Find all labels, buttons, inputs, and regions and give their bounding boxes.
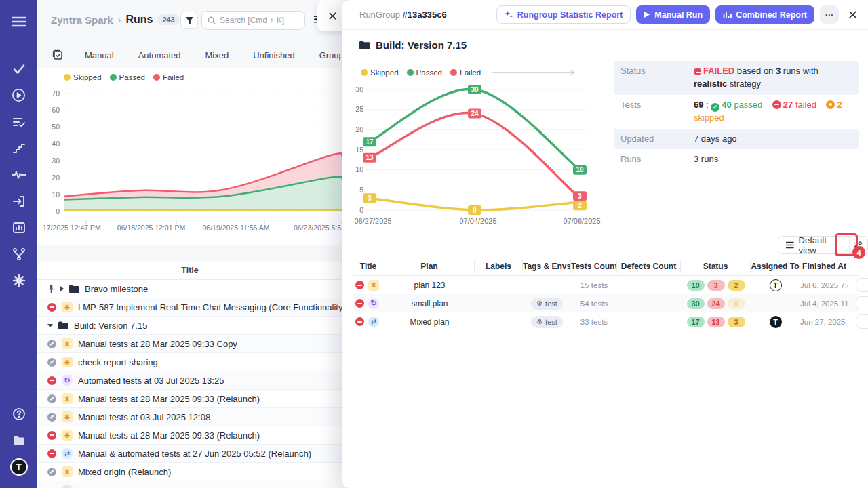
assignee-avatar[interactable]: T [770, 316, 782, 328]
sidebar: T [0, 0, 37, 488]
gear-icon: ⚙ [536, 300, 542, 307]
list-item-run[interactable]: Mixed origin (Relaunch) [37, 463, 342, 481]
plan-name[interactable]: Mixed plan [384, 317, 475, 327]
select-all-icon[interactable] [52, 49, 63, 60]
search-input[interactable] [220, 16, 294, 25]
run-title: Manual tests at 28 Mar 2025 09:33 (Relau… [78, 394, 260, 404]
list-item-run[interactable]: Manual & automated tests at 27 Jun 2025 … [37, 445, 342, 463]
svg-text:3: 3 [368, 195, 372, 202]
col-title[interactable]: Title [353, 260, 384, 273]
col-labels[interactable]: Labels [475, 260, 523, 273]
col-tests-count[interactable]: Tests Count [571, 260, 617, 273]
svg-text:0: 0 [359, 206, 363, 214]
info-row-tests: Tests 69 : ✓40 passed 27 failed 2 skippe… [614, 95, 859, 129]
checklist-icon[interactable] [0, 108, 37, 135]
help-icon[interactable] [0, 401, 37, 427]
manual-run-button[interactable]: Manual Run [636, 5, 710, 24]
settings-gear-icon[interactable] [0, 267, 37, 293]
status-value: FAILED based on 3 runs with realistic st… [694, 65, 852, 91]
list-item-run[interactable]: Manual tests at 28 Mar 2025 09:33 (Relau… [37, 390, 342, 408]
default-view-button[interactable]: Default view [778, 237, 849, 253]
run-status-icon [355, 281, 364, 289]
plan-name[interactable]: small plan [384, 299, 475, 308]
play-circle-icon[interactable] [0, 82, 37, 108]
run-title: Mixed origin (Relaunch) [78, 467, 171, 477]
timeline-arrow-icon [492, 68, 580, 77]
passed-dot-icon [407, 69, 414, 76]
row-action-button[interactable] [856, 296, 868, 310]
run-status-icon [47, 449, 56, 458]
rungroup-drawer: RunGroup #13a335c6 Rungroup Statistic Re… [342, 0, 868, 488]
combined-report-button[interactable]: Combined Report [715, 5, 814, 24]
row-action-button[interactable] [856, 278, 868, 292]
caret-down-icon[interactable] [47, 324, 53, 327]
breadcrumb-separator: › [118, 14, 121, 25]
list-item-run[interactable]: Manual tests at 03 Jul 2025 12:08 [37, 408, 342, 426]
table-row[interactable]: Mixed plan ⚙test 33 tests 17133 T Jun 27… [353, 312, 859, 331]
plan-name[interactable]: plan 123 [384, 281, 475, 290]
list-item-group[interactable]: Build: Version 7.15 [37, 317, 342, 335]
tab-unfinished[interactable]: Unfinished [241, 46, 307, 64]
skipped-pill: 0 [728, 298, 745, 309]
statistic-report-button[interactable]: Rungroup Statistic Report [496, 5, 631, 24]
list-item-partial[interactable] [37, 481, 342, 488]
info-row-status: Status FAILED based on 3 runs with reali… [614, 61, 859, 95]
folder-icon [359, 41, 370, 49]
finished-at: Jul 4, 2025 11:27 [800, 300, 848, 308]
col-assigned-to[interactable]: Assigned To [751, 260, 800, 273]
area-chart-svg: 010203040506070 [37, 68, 342, 245]
x-label: 07/06/2025 [563, 217, 600, 225]
more-actions-button[interactable]: ⋯ [820, 5, 839, 24]
col-status[interactable]: Status [681, 260, 751, 273]
tab-mixed[interactable]: Mixed [193, 46, 241, 64]
signin-box-icon[interactable] [0, 188, 37, 214]
run-origin-icon [62, 338, 73, 349]
col-defects-count[interactable]: Defects Count [617, 260, 681, 273]
search-box[interactable] [201, 11, 305, 30]
tab-automated[interactable]: Automated [126, 46, 193, 64]
projects-folder-icon[interactable] [0, 427, 37, 453]
list-item-run[interactable]: Manual tests at 28 Mar 2025 09:33 Copy [37, 335, 342, 353]
activity-pulse-icon[interactable] [0, 161, 37, 188]
list-item-milestone[interactable]: Bravo milestone [37, 280, 342, 298]
run-origin-icon [368, 280, 379, 291]
svg-text:24: 24 [471, 110, 479, 117]
tag-pill[interactable]: ⚙test [531, 316, 563, 328]
status-pills: 30240 [681, 298, 751, 309]
list-item-run[interactable]: Manual tests at 28 Mar 2025 09:33 (Relau… [37, 426, 342, 445]
list-item-run[interactable]: Automated tests at 03 Jul 2025 13:25 [37, 371, 342, 390]
svg-text:50: 50 [52, 123, 60, 131]
x-label: 17/2025 12:47 PM [43, 224, 101, 232]
svg-text:30: 30 [355, 85, 363, 94]
filter-button[interactable] [180, 12, 198, 29]
pin-icon[interactable] [47, 285, 55, 293]
row-action-button[interactable] [856, 314, 868, 329]
col-plan[interactable]: Plan [384, 260, 475, 273]
tag-pill[interactable]: ⚙test [531, 298, 563, 310]
tab-manual[interactable]: Manual [73, 46, 126, 64]
list-item-run[interactable]: check report sharing [37, 353, 342, 371]
folder-icon [58, 321, 68, 329]
col-finished-at[interactable]: Finished At [800, 260, 848, 273]
bar-chart-icon[interactable] [0, 214, 37, 241]
breadcrumb: Zyntra Spark › Runs 243 [51, 14, 180, 26]
breadcrumb-project[interactable]: Zyntra Spark [51, 14, 113, 26]
user-avatar[interactable]: T [0, 453, 37, 480]
drawer-close-button[interactable] [848, 10, 857, 19]
legend-passed: Passed [110, 73, 145, 81]
hamburger-menu-icon[interactable] [0, 8, 37, 35]
list-item-run[interactable]: LMP-587 Implement Real-Time Chat Messagi… [37, 298, 342, 317]
checkmark-icon[interactable] [0, 56, 37, 82]
col-tags-envs[interactable]: Tags & Envs [523, 260, 571, 273]
run-origin-icon [62, 430, 73, 441]
info-row-updated: Updated 7 days ago [614, 129, 859, 150]
run-title: Manual tests at 03 Jul 2025 12:08 [78, 412, 210, 422]
table-row[interactable]: plan 123 15 tests 1032 T Jul 6, 2025 7:4… [353, 276, 859, 294]
assignee-avatar[interactable]: T [770, 279, 782, 291]
branch-flow-icon[interactable] [0, 241, 37, 267]
run-status-icon [47, 303, 56, 312]
caret-right-icon[interactable] [60, 286, 64, 291]
table-row[interactable]: small plan ⚙test 54 tests 30240 Jul 4, 2… [353, 294, 859, 312]
svg-text:13: 13 [366, 154, 374, 161]
milestones-steps-icon[interactable] [0, 135, 37, 161]
